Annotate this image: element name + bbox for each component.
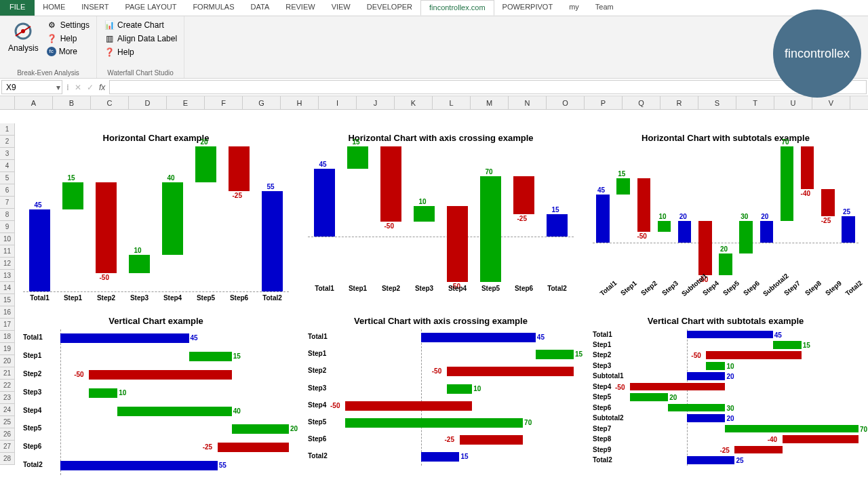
row-header-27[interactable]: 27 xyxy=(0,441,15,453)
row-header-23[interactable]: 23 xyxy=(0,392,15,404)
bar-label: 45 xyxy=(191,334,198,342)
tab-review[interactable]: REVIEW xyxy=(277,0,323,16)
bar-Step1 xyxy=(536,350,574,359)
help-button-1[interactable]: ❓Help xyxy=(45,33,91,45)
row-header-12[interactable]: 12 xyxy=(0,258,15,270)
bar-Total1 xyxy=(687,331,772,339)
tab-view[interactable]: VIEW xyxy=(323,0,359,16)
bar-Total1 xyxy=(314,169,336,237)
col-header-G[interactable]: G xyxy=(243,96,281,109)
tab-page-layout[interactable]: PAGE LAYOUT xyxy=(117,0,184,16)
fx-icon[interactable]: fx xyxy=(99,83,105,92)
y-label: Step7 xyxy=(593,425,626,432)
chart-c2[interactable]: Horizontal Chart with axis crossing exam… xyxy=(305,133,576,302)
col-header-P[interactable]: P xyxy=(585,96,623,109)
row-header-22[interactable]: 22 xyxy=(0,380,15,392)
col-header-V[interactable]: V xyxy=(812,96,850,109)
col-header-B[interactable]: B xyxy=(53,96,91,109)
create-chart-button[interactable]: 📊Create Chart xyxy=(102,19,178,31)
row-header-20[interactable]: 20 xyxy=(0,355,15,367)
row-header-7[interactable]: 7 xyxy=(0,197,15,209)
col-header-F[interactable]: F xyxy=(205,96,243,109)
enter-icon[interactable]: ✓ xyxy=(87,83,94,92)
analysis-button[interactable]: Analysis xyxy=(5,19,41,57)
tab-insert[interactable]: INSERT xyxy=(73,0,117,16)
bar-Total1 xyxy=(596,195,610,243)
row-header-24[interactable]: 24 xyxy=(0,404,15,416)
row-header-16[interactable]: 16 xyxy=(0,306,15,319)
row-header-18[interactable]: 18 xyxy=(0,331,15,343)
tab-file[interactable]: FILE xyxy=(0,0,35,16)
tab-formulas[interactable]: FORMULAS xyxy=(184,0,242,16)
chart-c1[interactable]: Horizontal Chart example4515-50104020-25… xyxy=(20,133,292,302)
cancel-icon[interactable]: ✕ xyxy=(75,83,81,92)
col-header-I[interactable]: I xyxy=(319,96,357,109)
chart-c5[interactable]: Vertical Chart with axis crossing exampl… xyxy=(305,316,576,475)
col-header-E[interactable]: E xyxy=(167,96,205,109)
col-header-T[interactable]: T xyxy=(736,96,774,109)
y-label: Total2 xyxy=(23,461,56,468)
row-header-6[interactable]: 6 xyxy=(0,184,15,197)
row-header-2[interactable]: 2 xyxy=(0,136,15,148)
col-header-O[interactable]: O xyxy=(547,96,585,109)
row-header-9[interactable]: 9 xyxy=(0,221,15,233)
align-data-button[interactable]: ▥Align Data Label xyxy=(102,33,178,45)
row-header-3[interactable]: 3 xyxy=(0,148,15,160)
bar-label: -50 xyxy=(384,222,394,230)
col-header-N[interactable]: N xyxy=(509,96,547,109)
bar-Step3 xyxy=(89,388,117,398)
tab-my[interactable]: my xyxy=(561,0,587,16)
formula-input[interactable] xyxy=(109,80,867,94)
row-header-21[interactable]: 21 xyxy=(0,367,15,380)
name-box[interactable]: X9▾ xyxy=(1,80,62,94)
x-label: Step6 xyxy=(507,285,540,292)
col-header-D[interactable]: D xyxy=(129,96,167,109)
select-all-corner[interactable] xyxy=(0,96,15,109)
y-label: Subtotal1 xyxy=(593,372,626,380)
chart-c6[interactable]: Vertical Chart with subtotals exampleTot… xyxy=(590,316,861,475)
col-header-H[interactable]: H xyxy=(281,96,319,109)
bar-Step8 xyxy=(783,435,859,443)
bar-label: 45 xyxy=(319,161,327,168)
x-label: Total1 xyxy=(308,285,341,292)
row-header-1[interactable]: 1 xyxy=(0,123,15,136)
y-label: Subtotal2 xyxy=(593,414,626,422)
col-header-S[interactable]: S xyxy=(698,96,736,109)
col-header-U[interactable]: U xyxy=(774,96,812,109)
row-header-17[interactable]: 17 xyxy=(0,319,15,331)
chart-c3[interactable]: Horizontal Chart with subtotals example4… xyxy=(590,133,861,302)
row-header-10[interactable]: 10 xyxy=(0,233,15,245)
tab-team[interactable]: Team xyxy=(587,0,622,16)
row-header-5[interactable]: 5 xyxy=(0,172,15,184)
col-header-J[interactable]: J xyxy=(357,96,395,109)
col-header-K[interactable]: K xyxy=(395,96,433,109)
col-header-M[interactable]: M xyxy=(471,96,509,109)
help-button-2[interactable]: ❓Help xyxy=(102,46,178,58)
col-header-L[interactable]: L xyxy=(433,96,471,109)
row-header-28[interactable]: 28 xyxy=(0,453,15,465)
row-header-26[interactable]: 26 xyxy=(0,428,15,441)
row-header-11[interactable]: 11 xyxy=(0,245,15,258)
tab-developer[interactable]: DEVELOPER xyxy=(359,0,420,16)
chart-c4[interactable]: Vertical Chart exampleTotal145Step115Ste… xyxy=(20,316,292,475)
row-header-25[interactable]: 25 xyxy=(0,416,15,428)
row-header-8[interactable]: 8 xyxy=(0,209,15,221)
y-label: Step9 xyxy=(593,446,626,453)
col-header-Q[interactable]: Q xyxy=(623,96,660,109)
row-header-19[interactable]: 19 xyxy=(0,343,15,355)
row-header-15[interactable]: 15 xyxy=(0,294,15,306)
y-label: Step6 xyxy=(308,435,341,443)
row-header-13[interactable]: 13 xyxy=(0,270,15,282)
bar-label: -50 xyxy=(330,402,340,409)
col-header-R[interactable]: R xyxy=(660,96,698,109)
col-header-C[interactable]: C xyxy=(91,96,129,109)
col-header-A[interactable]: A xyxy=(15,96,53,109)
tab-fincontrollex[interactable]: fincontrollex.com xyxy=(420,0,494,16)
more-button[interactable]: fcMore xyxy=(45,46,91,57)
tab-home[interactable]: HOME xyxy=(35,0,73,16)
settings-button[interactable]: ⚙Settings xyxy=(45,19,91,31)
tab-powerpivot[interactable]: POWERPIVOT xyxy=(494,0,561,16)
tab-data[interactable]: DATA xyxy=(243,0,278,16)
row-header-14[interactable]: 14 xyxy=(0,282,15,294)
row-header-4[interactable]: 4 xyxy=(0,160,15,172)
